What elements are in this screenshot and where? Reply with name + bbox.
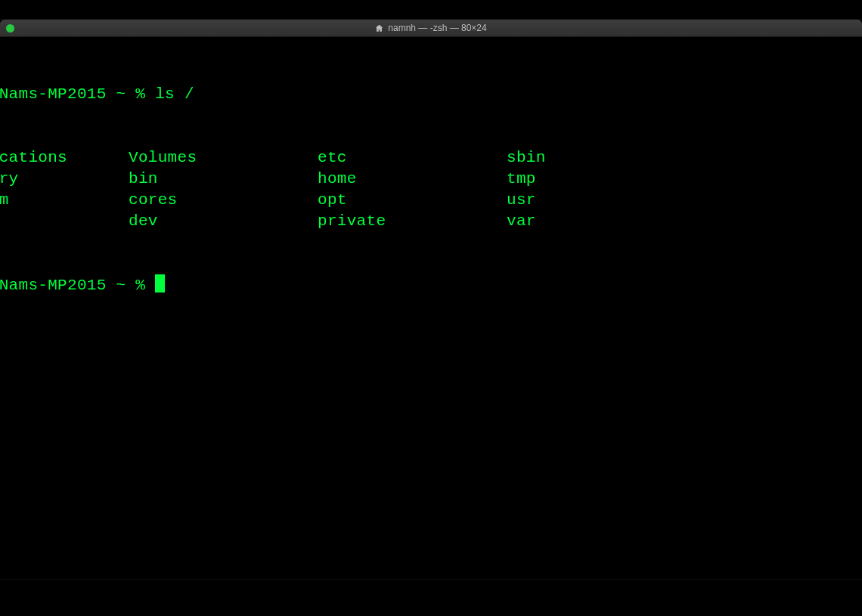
- prompt-line-2: nh@Nams-MP2015 ~ %: [0, 274, 862, 296]
- ls-col4-row3: usr: [507, 190, 658, 211]
- ls-col3-row2: home: [318, 169, 507, 190]
- ls-col2-row4: dev: [129, 211, 318, 232]
- ls-col3-row4: private: [318, 211, 507, 232]
- prompt-line-1: nh@Nams-MP2015 ~ % ls /: [0, 84, 862, 105]
- ls-col4-row4: var: [507, 211, 658, 232]
- titlebar[interactable]: namnh — -zsh — 80×24: [0, 20, 862, 37]
- prompt-user-host-2: nh@Nams-MP2015: [0, 277, 107, 294]
- window-title-area: namnh — -zsh — 80×24: [0, 23, 862, 33]
- maximize-button[interactable]: [6, 24, 14, 33]
- ls-col3-row3: opt: [318, 190, 507, 211]
- terminal-window: namnh — -zsh — 80×24 nh@Nams-MP2015 ~ % …: [0, 20, 862, 579]
- ls-col1-row4: ers: [0, 211, 129, 232]
- home-folder-icon: [375, 24, 383, 33]
- ls-col1-row2: brary: [0, 169, 129, 190]
- prompt-user-host: nh@Nams-MP2015: [0, 85, 107, 103]
- ls-col1-row1: plications: [0, 147, 129, 169]
- cursor[interactable]: [155, 274, 165, 293]
- ls-col2-row2: bin: [129, 169, 318, 190]
- prompt-path-2: ~: [116, 277, 126, 294]
- ls-col2-row3: cores: [129, 190, 318, 211]
- ls-col3-row1: etc: [318, 147, 507, 169]
- ls-col2-row1: Volumes: [129, 147, 318, 169]
- terminal-viewport[interactable]: nh@Nams-MP2015 ~ % ls / plications Volum…: [0, 37, 862, 339]
- prompt-symbol-2: %: [135, 277, 145, 294]
- ls-output: plications Volumes etc sbin brary bin ho…: [0, 147, 862, 232]
- prompt-path: ~: [116, 85, 126, 103]
- command-arg: /: [184, 85, 194, 103]
- command-name: ls: [155, 85, 175, 103]
- ls-col4-row2: tmp: [507, 169, 658, 190]
- prompt-symbol: %: [135, 85, 145, 103]
- window-title: namnh — -zsh — 80×24: [388, 23, 486, 33]
- window-controls: [6, 24, 14, 33]
- ls-col1-row3: stem: [0, 190, 129, 211]
- ls-col4-row1: sbin: [507, 147, 658, 169]
